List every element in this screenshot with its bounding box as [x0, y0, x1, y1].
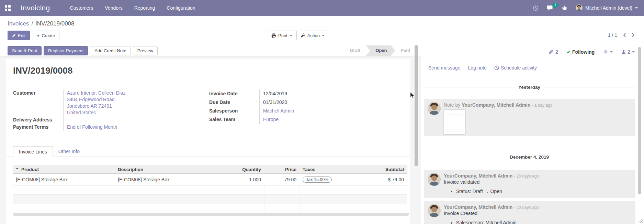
message-body: Invoice validated — [444, 179, 635, 185]
breadcrumb-current: INV/2019/0008 — [35, 20, 74, 27]
pager: 1 / 1 — [608, 32, 635, 38]
activities-clock-icon[interactable] — [533, 5, 539, 11]
invoice-lines-table: Product Description Quantity Price Taxes… — [13, 165, 407, 213]
notebook-tabs: Invoice Lines Other Info — [6, 146, 410, 157]
message-avatar — [428, 173, 441, 186]
followers-button[interactable]: 2 — [621, 49, 635, 55]
paperclip-icon — [549, 49, 554, 55]
pencil-icon — [12, 34, 16, 38]
pager-next-icon[interactable] — [632, 33, 635, 38]
user-menu[interactable]: Mitchell Admin (devel) — [576, 4, 638, 11]
cell-price: 79.00 — [264, 174, 300, 185]
edit-button[interactable]: Edit — [8, 31, 30, 40]
attachment-thumbnail[interactable] — [444, 109, 465, 134]
form-statusbar: Send & Print Register Payment Add Credit… — [0, 45, 421, 56]
status-step-draft[interactable]: Draft — [344, 45, 366, 56]
subscription-bell-button[interactable] — [603, 49, 613, 55]
column-header-product[interactable]: Product — [13, 165, 115, 174]
status-step-paid[interactable]: Paid — [395, 45, 416, 56]
create-button[interactable]: + Create — [32, 31, 59, 40]
tab-other-info[interactable]: Other Info — [53, 146, 85, 157]
sales-team-label: Sales Team — [209, 115, 260, 124]
column-header-subtotal[interactable]: Subtotal — [359, 165, 407, 174]
chatter-message-note: Note by YourCompany, Mitchell Admin - a … — [424, 99, 635, 136]
nav-menu-configuration[interactable]: Configuration — [167, 5, 195, 11]
action-button-label: Action — [307, 33, 320, 38]
message-prefix: Note by — [444, 102, 462, 108]
message-author[interactable]: YourCompany, Mitchell Admin — [444, 173, 512, 179]
messages-badge: 1 — [553, 3, 558, 8]
customer-city[interactable]: Jonesboro AR 72401 — [67, 103, 204, 109]
attachments-button[interactable]: 2 — [549, 49, 558, 55]
breadcrumb: Invoices/INV/2019/0008 — [8, 20, 75, 27]
action-dropdown-button[interactable]: Action — [296, 31, 329, 40]
invoice-date-value: 12/04/2019 — [260, 89, 353, 98]
main-vertical-scrollbar[interactable] — [415, 45, 418, 166]
print-dropdown-button[interactable]: Print — [267, 31, 297, 40]
empty-table-row — [13, 195, 407, 204]
schedule-activity-button[interactable]: Schedule activity — [494, 65, 537, 71]
send-print-button[interactable]: Send & Print — [8, 46, 42, 55]
control-panel: Invoices/INV/2019/0008 Edit + Create Pri… — [0, 16, 644, 45]
field-group-right: Invoice Date 12/04/2019 Due Date 01/31/2… — [209, 89, 353, 124]
nav-menu-vendors[interactable]: Vendors — [105, 5, 122, 11]
horizontal-scrollbar[interactable] — [13, 213, 409, 216]
tracking-value: Status: Draft → Open — [456, 189, 635, 194]
message-author[interactable]: YourCompany, Mitchell Admin — [462, 102, 530, 108]
log-note-button[interactable]: Log note — [468, 65, 487, 71]
sales-team-value[interactable]: Europe — [263, 117, 279, 122]
thread-date-divider: Yesterday — [423, 85, 635, 90]
breadcrumb-invoices-link[interactable]: Invoices — [8, 20, 29, 27]
invoice-line-row[interactable]: [E-COM08] Storage Box [E-COM08] Storage … — [13, 174, 407, 185]
column-header-price[interactable]: Price — [264, 165, 300, 174]
salesperson-value[interactable]: Mitchell Admin — [263, 108, 294, 114]
plus-icon: + — [36, 33, 39, 38]
tax-badge: Tax 15.00% — [303, 177, 332, 183]
column-header-taxes[interactable]: Taxes — [300, 165, 359, 174]
preview-button[interactable]: Preview — [133, 46, 158, 55]
status-step-open[interactable]: Open — [366, 45, 395, 56]
cell-taxes: Tax 15.00% — [300, 174, 359, 185]
cell-quantity: 1.000 — [211, 174, 264, 185]
print-button-label: Print — [278, 33, 287, 38]
cell-description: [E-COM08] Storage Box — [115, 174, 211, 185]
column-header-description[interactable]: Description — [115, 165, 211, 174]
bell-icon — [603, 49, 608, 55]
tab-invoice-lines[interactable]: Invoice Lines — [13, 146, 53, 157]
send-message-button[interactable]: Send message — [428, 65, 460, 71]
following-button[interactable]: ✔ Following — [567, 49, 595, 55]
nav-menus: Customers Vendors Reporting Configuratio… — [70, 5, 195, 11]
message-timestamp: - 20 days ago — [514, 205, 539, 210]
customer-link[interactable]: Azure Interior, Colleen Diaz — [67, 90, 204, 96]
due-date-value: 01/31/2020 — [260, 98, 353, 107]
payment-terms-value[interactable]: End of Following Month — [67, 124, 117, 130]
empty-table-row — [13, 185, 407, 195]
app-title[interactable]: Invoicing — [21, 4, 50, 12]
apps-menu-icon[interactable] — [5, 5, 11, 11]
following-label: Following — [572, 49, 595, 55]
customer-country[interactable]: United States — [67, 109, 204, 116]
nav-menu-reporting[interactable]: Reporting — [134, 5, 155, 11]
field-group-left: Customer Azure Interior, Colleen Diaz 34… — [13, 89, 204, 131]
chatter-vertical-scrollbar[interactable] — [638, 47, 641, 194]
nav-menu-customers[interactable]: Customers — [70, 5, 93, 11]
payment-terms-label: Payment Terms — [13, 124, 64, 131]
pager-previous-icon[interactable] — [623, 33, 626, 38]
delivery-address-value[interactable] — [67, 117, 204, 123]
message-avatar — [428, 204, 441, 217]
breadcrumb-separator: / — [31, 20, 33, 27]
chatter-message-validated: YourCompany, Mitchell Admin - 20 days ag… — [424, 170, 635, 198]
debug-bug-icon[interactable] — [562, 5, 567, 11]
customer-street[interactable]: 3404 Edgewood Road — [67, 96, 204, 103]
tracking-value: Salesperson: Mitchell Admin — [456, 220, 635, 224]
message-author[interactable]: YourCompany, Mitchell Admin — [444, 204, 512, 210]
invoice-title: INV/2019/0008 — [13, 65, 72, 76]
register-payment-button[interactable]: Register Payment — [44, 46, 88, 55]
column-header-quantity[interactable]: Quantity — [211, 165, 264, 174]
add-credit-note-button[interactable]: Add Credit Note — [90, 46, 131, 55]
form-view-area: INV/2019/0008 Customer Azure Interior, C… — [0, 56, 421, 224]
edit-button-label: Edit — [18, 33, 25, 38]
action-caret-icon — [322, 35, 325, 38]
messages-icon[interactable]: 1 — [547, 5, 554, 11]
wrench-icon — [301, 33, 305, 38]
